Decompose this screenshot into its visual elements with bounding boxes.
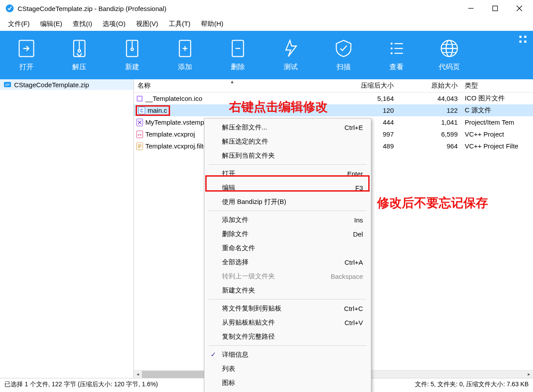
context-menu-hotkey: Ctrl+C <box>344 305 363 312</box>
scroll-right-button[interactable]: ▸ <box>525 370 533 378</box>
context-menu-hotkey: Enter <box>347 170 363 178</box>
context-menu-hotkey: Del <box>353 230 363 238</box>
context-menu-item-label: 复制文件完整路径 <box>222 333 275 341</box>
context-menu-item[interactable]: 新建文件夹 <box>204 283 371 297</box>
toolbar-delete[interactable]: 删除 <box>211 39 264 72</box>
column-compressed-size[interactable]: 压缩后大小 <box>341 81 398 90</box>
context-menu-item[interactable]: 删除文件Del <box>204 227 371 241</box>
toolbar-scan[interactable]: 扫描 <box>317 39 370 72</box>
vstemplate-file-icon <box>136 118 144 126</box>
context-menu-item-label: 编辑 <box>222 184 235 192</box>
file-row[interactable]: Cmain.c 120 122 C 源文件 <box>134 104 533 116</box>
svg-rect-35 <box>138 97 141 100</box>
svg-text:++: ++ <box>137 133 142 137</box>
context-menu-item[interactable]: 从剪贴板粘贴文件Ctrl+V <box>204 315 371 329</box>
toolbar-open[interactable]: 打开 <box>0 39 53 72</box>
context-menu-item[interactable]: 复制文件完整路径 <box>204 329 371 344</box>
file-name: main.c <box>148 107 167 114</box>
context-menu-item[interactable]: 重命名文件 <box>204 241 371 255</box>
svg-text:ZIP: ZIP <box>5 83 10 86</box>
context-menu-item-label: 新建文件夹 <box>222 286 255 295</box>
context-menu-item[interactable]: 列表 <box>204 362 371 376</box>
tree-root-item[interactable]: ZIP CStageCodeTemplate.zip <box>0 79 133 90</box>
toolbar-view[interactable]: 查看 <box>370 39 423 72</box>
context-menu-item[interactable]: 将文件复制到剪贴板Ctrl+C <box>204 301 371 315</box>
context-menu-item-label: 列表 <box>222 365 235 373</box>
file-osize: 122 <box>398 107 462 114</box>
scroll-left-button[interactable]: ◂ <box>134 370 142 378</box>
menu-view[interactable]: 视图(V) <box>131 18 163 30</box>
toolbar-more-icon[interactable] <box>519 35 527 44</box>
file-type: C 源文件 <box>462 106 533 115</box>
menu-find[interactable]: 查找(I) <box>67 18 97 30</box>
file-osize: 44,043 <box>398 95 462 102</box>
codepage-icon <box>440 39 459 58</box>
context-menu-item-label: 重命名文件 <box>222 244 255 252</box>
toolbar-add[interactable]: 添加 <box>159 39 211 72</box>
svg-point-19 <box>391 47 393 49</box>
context-menu-item[interactable]: 添加文件Ins <box>204 213 371 227</box>
delete-icon <box>228 39 248 58</box>
file-csize: 5,164 <box>341 95 398 102</box>
toolbar-test[interactable]: 测试 <box>264 39 317 72</box>
toolbar-extract[interactable]: 解压 <box>53 39 106 72</box>
context-menu-hotkey: Ctrl+A <box>344 259 363 266</box>
context-menu-item-label: 从剪贴板粘贴文件 <box>222 318 275 327</box>
svg-point-17 <box>391 42 393 44</box>
context-menu-item[interactable]: 打开Enter <box>204 166 371 181</box>
file-row[interactable]: __TemplateIcon.ico 5,164 44,043 ICO 图片文件 <box>134 92 533 104</box>
view-icon <box>387 39 406 58</box>
menu-edit[interactable]: 编辑(E) <box>35 18 67 30</box>
context-menu-item[interactable]: 使用 Bandizip 打开(B) <box>204 195 371 209</box>
column-name[interactable]: 名称 <box>134 81 341 90</box>
context-menu-item[interactable]: 编辑F3 <box>204 181 371 195</box>
context-menu-item-label: 删除文件 <box>222 230 248 238</box>
close-button[interactable] <box>507 0 531 17</box>
file-type: VC++ Project <box>462 130 533 138</box>
toolbar-codepage[interactable]: 代码页 <box>423 39 476 72</box>
context-menu-item[interactable]: 解压选定的文件 <box>204 134 371 148</box>
ico-file-icon <box>136 95 144 103</box>
tree-panel: ZIP CStageCodeTemplate.zip <box>0 79 134 378</box>
window-title: CStageCodeTemplate.zip - Bandizip (Profe… <box>18 5 167 12</box>
context-menu-item-label: 图标 <box>222 379 235 387</box>
context-menu-item[interactable]: 全部选择Ctrl+A <box>204 255 371 269</box>
new-icon <box>122 39 142 58</box>
statusbar-right: 文件: 5, 文件夹: 0, 压缩文件大小: 7.63 KB <box>415 381 529 388</box>
toolbar-open-label: 打开 <box>19 63 33 72</box>
menu-tools[interactable]: 工具(T) <box>163 18 196 30</box>
context-menu-separator <box>209 299 366 300</box>
context-menu-item-label: 转到上一级文件夹 <box>222 272 275 281</box>
file-csize: 120 <box>341 107 398 114</box>
context-menu-item[interactable]: 解压到当前文件夹 <box>204 148 371 163</box>
context-menu-separator <box>209 164 366 165</box>
add-icon <box>175 39 195 58</box>
context-menu-item-label: 解压到当前文件夹 <box>222 152 275 160</box>
vcxproj-file-icon: ++ <box>136 130 144 138</box>
maximize-button[interactable] <box>483 0 507 17</box>
context-menu-item[interactable]: 解压全部文件...Ctrl+E <box>204 120 371 134</box>
column-type[interactable]: 类型 <box>462 81 533 90</box>
context-menu-item[interactable]: 图标 <box>204 376 371 390</box>
context-menu-separator <box>209 211 366 211</box>
menu-file[interactable]: 文件(F) <box>3 18 35 30</box>
column-original-size[interactable]: 原始大小 <box>398 81 462 90</box>
toolbar-new[interactable]: 新建 <box>106 39 159 72</box>
file-osize: 6,599 <box>398 130 462 138</box>
context-menu-item: 转到上一级文件夹Backspace <box>204 269 371 283</box>
zip-icon: ZIP <box>4 81 11 89</box>
svg-rect-2 <box>492 6 497 11</box>
context-menu-item-label: 使用 Bandizip 打开(B) <box>222 198 286 206</box>
filters-file-icon <box>136 142 144 150</box>
context-menu-separator <box>209 345 366 346</box>
context-menu-item[interactable]: 详细信息 <box>204 348 371 362</box>
minimize-button[interactable] <box>459 0 483 17</box>
menu-help[interactable]: 帮助(H) <box>196 18 229 30</box>
menu-options[interactable]: 选项(O) <box>97 18 131 30</box>
context-menu-item[interactable]: 大图标 <box>204 390 371 392</box>
svg-point-8 <box>78 49 81 52</box>
list-header: ▴ 名称 压缩后大小 原始大小 类型 <box>134 79 533 92</box>
context-menu-hotkey: Ins <box>354 216 363 224</box>
open-icon <box>17 39 36 58</box>
toolbar: 打开 解压 新建 添加 删除 测试 扫描 查看 代码页 <box>0 31 533 79</box>
